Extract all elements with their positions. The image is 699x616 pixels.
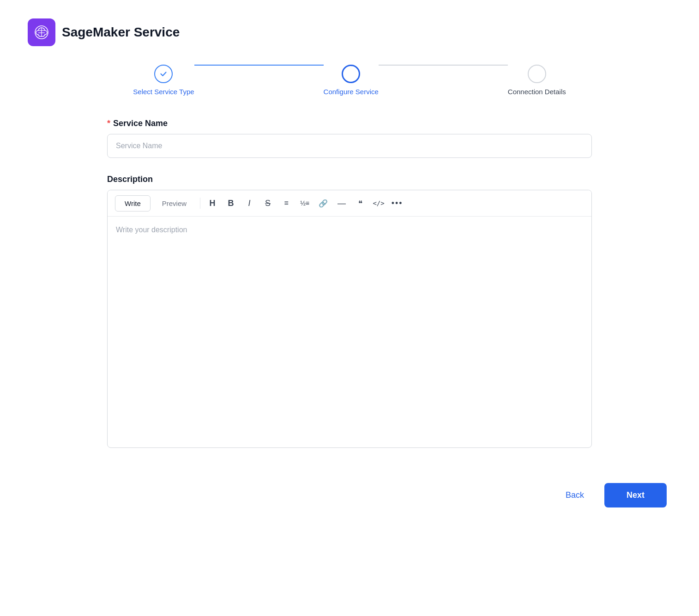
connector-1 <box>194 65 324 80</box>
service-name-field-group: * Service Name <box>107 119 592 158</box>
description-field-group: Description Write Preview H B I S ≡ ½≡ <box>107 175 592 448</box>
toolbar-strike-btn[interactable]: S <box>259 195 276 211</box>
back-button[interactable]: Back <box>554 484 595 507</box>
app-header: SageMaker Service <box>28 18 671 46</box>
service-name-input[interactable] <box>107 134 592 158</box>
app-logo <box>28 18 55 46</box>
app-title: SageMaker Service <box>62 25 180 40</box>
service-name-label: * Service Name <box>107 119 592 128</box>
connector-line-1 <box>194 65 324 66</box>
step-circle-1 <box>154 65 173 83</box>
step-connection-details: Connection Details <box>508 65 566 96</box>
step-select-service-type: Select Service Type <box>133 65 194 96</box>
editor-toolbar: Write Preview H B I S ≡ ½≡ 🔗 — <box>108 190 591 217</box>
toolbar-ordered-list-btn[interactable]: ½≡ <box>296 195 313 211</box>
toolbar-link-btn[interactable]: 🔗 <box>315 195 331 211</box>
toolbar-unordered-list-btn[interactable]: ≡ <box>278 195 295 211</box>
description-label: Description <box>107 175 592 184</box>
connector-line-2 <box>379 65 508 66</box>
tab-preview[interactable]: Preview <box>152 195 196 211</box>
required-indicator: * <box>107 119 110 128</box>
step-label-2: Configure Service <box>324 88 379 96</box>
description-placeholder: Write your description <box>116 226 187 234</box>
step-label-1: Select Service Type <box>133 88 194 96</box>
footer-actions: Back Next <box>28 483 671 507</box>
next-button[interactable]: Next <box>604 483 667 507</box>
service-name-label-text: Service Name <box>113 119 168 128</box>
description-label-text: Description <box>107 175 153 184</box>
step-label-3: Connection Details <box>508 88 566 96</box>
step-configure-service: Configure Service <box>324 65 379 96</box>
step-circle-2 <box>342 65 360 83</box>
toolbar-divider-1 <box>200 198 200 209</box>
toolbar-bold-btn[interactable]: B <box>223 195 239 211</box>
toolbar-blockquote-btn[interactable]: ❝ <box>352 195 368 211</box>
connector-2 <box>379 65 508 80</box>
tab-write[interactable]: Write <box>115 195 151 211</box>
toolbar-more-btn[interactable]: ••• <box>389 195 405 211</box>
toolbar-code-btn[interactable]: </> <box>370 195 387 211</box>
form-section: * Service Name Description Write Preview… <box>107 119 592 465</box>
stepper: Select Service Type Configure Service Co… <box>28 65 671 96</box>
step-circle-3 <box>528 65 546 83</box>
toolbar-hr-btn[interactable]: — <box>333 195 350 211</box>
description-editor-body[interactable]: Write your description <box>108 217 591 447</box>
toolbar-italic-btn[interactable]: I <box>241 195 258 211</box>
description-editor: Write Preview H B I S ≡ ½≡ 🔗 — <box>107 190 592 448</box>
toolbar-heading-btn[interactable]: H <box>204 195 221 211</box>
